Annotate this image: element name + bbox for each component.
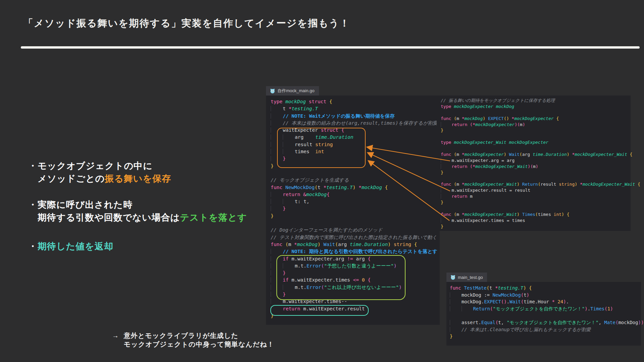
gopher-icon (451, 275, 455, 280)
bullet-list: ・モックオブジェクトの中にメソッドごとの振る舞いを保存・実際に呼び出された時期待… (28, 160, 263, 266)
gopher-icon (270, 88, 275, 94)
code-panel-mock-main: type mockDog struct { t *testing.T // NO… (266, 96, 440, 325)
title-underline (21, 46, 640, 49)
arrow-right-icon: → (112, 331, 119, 349)
code-panel-main-test: func TestMate(t *testing.T) { mockDog :=… (446, 282, 641, 346)
tab-main-test-file: main_test.go (446, 273, 487, 282)
code-panel-expecter: // 振る舞いの期待をモックオブジェクトに保存する処理type mockDogE… (437, 96, 631, 231)
tab-label: 自作mock_main.go (277, 88, 315, 94)
bullet-item: ・モックオブジェクトの中にメソッドごとの振る舞いを保存 (28, 160, 263, 185)
tab-mock-main-file: 自作mock_main.go (266, 86, 319, 96)
footnote-text: 意外とモックライブラリが生成したモックオブジェクトの中身って簡単なんだね！ (124, 331, 274, 349)
bullet-item: ・実際に呼び出された時期待する引数や回数でない場合はテストを落とす (28, 198, 263, 224)
bullet-item: ・期待した値を返却 (28, 240, 263, 253)
footnote: → 意外とモックライブラリが生成したモックオブジェクトの中身って簡単なんだね！ (112, 331, 274, 349)
page-title: 「メソッド振る舞いを期待する」実装を自作してイメージを掴もう！ (23, 17, 350, 30)
tab-label: main_test.go (458, 275, 483, 280)
